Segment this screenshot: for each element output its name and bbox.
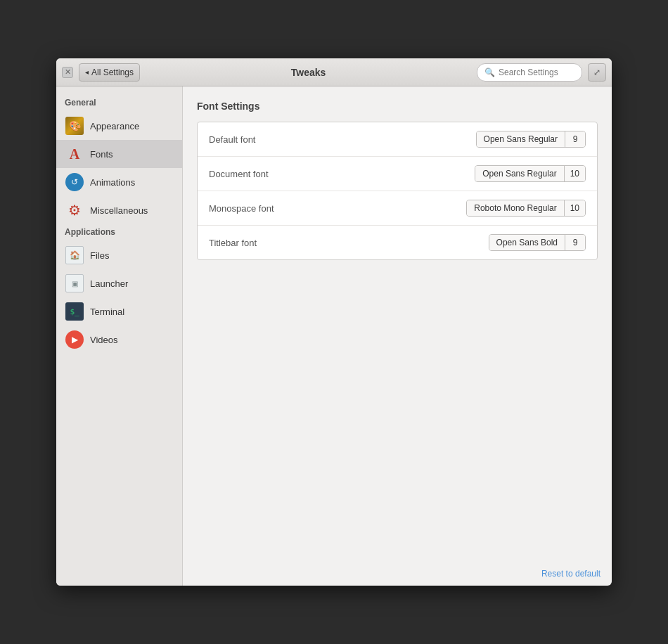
document-font-name: Open Sans Regular [475,166,564,181]
files-icon-wrap: 🏠 [65,245,84,265]
misc-icon: ⚙ [65,201,84,219]
titlebar-font-row: Titlebar font Open Sans Bold 9 [198,226,597,259]
monospace-font-row: Monospace font Roboto Mono Regular 10 [198,191,597,226]
search-input[interactable] [499,67,574,77]
default-font-picker[interactable]: Open Sans Regular 9 [476,131,586,148]
back-label: All Settings [91,67,134,77]
videos-label: Videos [90,335,118,345]
sidebar-item-launcher[interactable]: ▣ Launcher [56,269,182,297]
misc-icon-wrap: ⚙ [65,200,84,220]
search-box[interactable]: 🔍 [477,63,582,82]
applications-section-label: Applications [56,224,182,241]
main-window: ✕ ◂ All Settings Tweaks 🔍 ⤢ General 🎨 Ap… [56,58,612,586]
appearance-label: Appearance [90,121,139,131]
main-content: Font Settings Default font Open Sans Reg… [183,86,612,562]
titlebar-font-picker[interactable]: Open Sans Bold 9 [489,234,586,251]
sidebar-item-miscellaneous[interactable]: ⚙ Miscellaneous [56,196,182,224]
titlebar-font-label: Titlebar font [209,238,489,248]
titlebar-font-name: Open Sans Bold [489,235,565,250]
document-font-size: 10 [565,166,585,181]
launcher-icon: ▣ [65,274,84,292]
general-section-label: General [56,95,182,112]
animations-icon-wrap: ↺ [65,172,84,192]
monospace-font-label: Monospace font [209,203,466,214]
misc-label: Miscellaneous [90,205,148,216]
section-title: Font Settings [197,101,598,112]
sidebar-item-terminal[interactable]: $_ Terminal [56,297,182,326]
sidebar-item-fonts[interactable]: A Fonts [56,140,182,168]
fonts-label: Fonts [90,149,113,160]
appearance-icon-wrap: 🎨 [65,116,84,136]
default-font-row: Default font Open Sans Regular 9 [198,122,597,157]
files-icon: 🏠 [65,246,84,264]
search-icon: 🔍 [484,67,495,77]
titlebar-font-size: 9 [565,235,585,250]
sidebar-item-appearance[interactable]: 🎨 Appearance [56,112,182,140]
default-font-name: Open Sans Regular [477,131,565,147]
default-font-label: Default font [209,134,476,145]
sidebar: General 🎨 Appearance A Fonts ↺ Animation… [56,86,183,586]
terminal-icon-wrap: $_ [65,302,84,321]
videos-icon-wrap: ▶ [65,330,84,349]
font-settings-panel: Default font Open Sans Regular 9 Documen… [197,122,598,260]
content-area: General 🎨 Appearance A Fonts ↺ Animation… [56,86,612,586]
document-font-row: Document font Open Sans Regular 10 [198,157,597,191]
animations-icon: ↺ [65,173,84,191]
fonts-icon: A [65,145,84,163]
back-button[interactable]: ◂ All Settings [79,63,140,82]
sidebar-item-files[interactable]: 🏠 Files [56,241,182,269]
terminal-icon: $_ [65,302,84,321]
reset-button[interactable]: Reset to default [541,569,600,579]
titlebar: ✕ ◂ All Settings Tweaks 🔍 ⤢ [56,58,612,86]
launcher-label: Launcher [90,278,128,289]
chevron-left-icon: ◂ [85,68,89,76]
default-font-size: 9 [565,131,585,147]
main-area: Font Settings Default font Open Sans Reg… [183,86,612,586]
monospace-font-size: 10 [565,200,585,216]
document-font-picker[interactable]: Open Sans Regular 10 [475,165,586,182]
window-title: Tweaks [140,67,477,78]
fonts-icon-wrap: A [65,144,84,164]
terminal-label: Terminal [90,307,124,317]
sidebar-item-animations[interactable]: ↺ Animations [56,168,182,196]
expand-button[interactable]: ⤢ [588,63,606,82]
reset-footer: Reset to default [183,562,612,586]
appearance-icon: 🎨 [65,117,84,135]
monospace-font-name: Roboto Mono Regular [467,200,564,216]
close-button[interactable]: ✕ [62,67,73,78]
monospace-font-picker[interactable]: Roboto Mono Regular 10 [466,200,586,217]
files-label: Files [90,250,109,261]
sidebar-item-videos[interactable]: ▶ Videos [56,326,182,354]
launcher-icon-wrap: ▣ [65,273,84,293]
animations-label: Animations [90,177,135,188]
videos-icon: ▶ [65,330,84,349]
document-font-label: Document font [209,169,475,179]
